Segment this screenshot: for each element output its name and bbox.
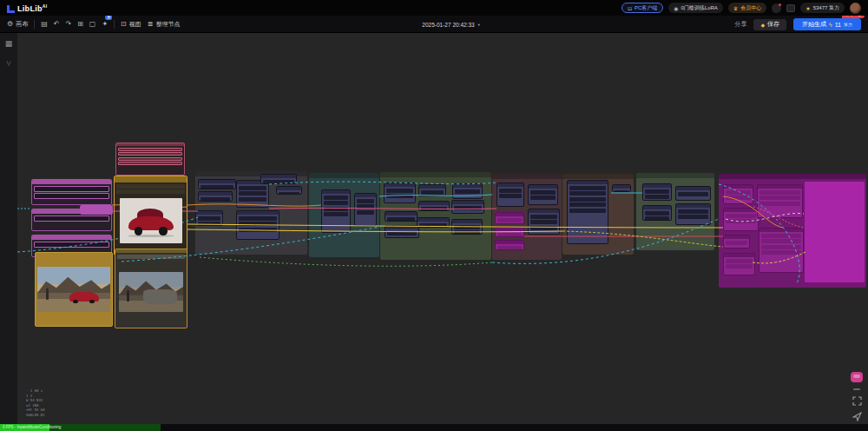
node[interactable]: [723, 235, 750, 249]
new-file-icon[interactable]: ▤: [41, 21, 48, 28]
node[interactable]: [384, 182, 416, 203]
image-preview[interactable]: [120, 198, 182, 243]
node-widget-row: [726, 196, 751, 200]
progress-bar: 0 FPS - InpaintModelConditioning: [0, 424, 161, 431]
node[interactable]: [528, 184, 558, 205]
node[interactable]: [723, 184, 753, 204]
undo-icon[interactable]: ↶: [54, 21, 60, 28]
generate-cost-unit: 算力: [844, 22, 852, 27]
node[interactable]: [642, 183, 672, 201]
node[interactable]: [260, 174, 297, 184]
node-library-icon[interactable]: ▦: [5, 40, 13, 48]
node[interactable]: [675, 203, 711, 225]
image-preview[interactable]: [37, 267, 110, 312]
arrange-nodes-button[interactable]: ≣ 整理节点: [148, 20, 181, 29]
node[interactable]: [195, 210, 223, 226]
masked-car-region: [143, 289, 176, 304]
align-icon[interactable]: ⊞: [77, 21, 83, 28]
view-menu[interactable]: ⊡ 视图: [121, 20, 141, 29]
node[interactable]: [675, 186, 711, 201]
workflow-tree-icon[interactable]: ⑂: [6, 60, 10, 68]
node[interactable]: [759, 228, 804, 273]
credits-display[interactable]: ★ 53477 算力: [800, 3, 845, 13]
redo-icon[interactable]: ↷: [65, 21, 71, 28]
select-box-icon[interactable]: ▢: [89, 21, 96, 28]
node[interactable]: [31, 179, 112, 205]
node-widget-row: [34, 193, 109, 199]
node[interactable]: [385, 225, 419, 238]
node[interactable]: [418, 184, 446, 196]
node[interactable]: [276, 186, 302, 195]
node-widget-row: [279, 192, 299, 196]
pc-client-button[interactable]: ⊡ PC客户端: [621, 3, 663, 13]
node-widget-row: [387, 217, 415, 222]
node-header: [496, 241, 523, 244]
node[interactable]: [452, 183, 483, 199]
node-widget-row: [530, 190, 556, 195]
node[interactable]: [528, 209, 560, 235]
image-preview[interactable]: [119, 272, 183, 312]
logo-text: LibLibAI: [17, 3, 47, 13]
train-lora-button[interactable]: ◉ 0门槛训练LoRA: [668, 3, 723, 13]
node[interactable]: [198, 191, 233, 202]
node[interactable]: [236, 210, 279, 240]
navigate-cursor-icon[interactable]: [852, 412, 862, 421]
node[interactable]: [198, 179, 236, 189]
node-graph-canvas[interactable]: [0, 33, 868, 424]
node[interactable]: [417, 217, 450, 228]
node-header: [385, 212, 417, 216]
node-header: [355, 194, 376, 197]
plugin-icon[interactable]: ✦新: [102, 21, 108, 28]
node-widget-row: [239, 222, 277, 226]
node[interactable]: [385, 211, 418, 222]
node-widget-row: [497, 233, 522, 237]
node-widget-row: [615, 190, 628, 193]
car-wheel: [159, 227, 167, 235]
node[interactable]: [642, 205, 672, 221]
node[interactable]: [80, 205, 113, 215]
node[interactable]: [451, 219, 483, 235]
notification-bell-icon[interactable]: [772, 3, 781, 13]
assets-folder-icon[interactable]: [786, 4, 795, 12]
canvas-menu[interactable]: ⚙ 画布: [7, 20, 28, 29]
node[interactable]: [496, 182, 524, 207]
share-button[interactable]: 分享: [734, 20, 746, 29]
node-header: [115, 249, 187, 253]
fullscreen-icon[interactable]: [852, 396, 862, 406]
node[interactable]: [418, 201, 450, 211]
node[interactable]: [115, 143, 185, 176]
node[interactable]: [804, 181, 865, 283]
liblib-logo[interactable]: LibLibAI: [7, 3, 47, 13]
toolbar-right: 分享 ◆ 保存 开始生成 ϟ 11 算力 限时1.5折: [734, 16, 861, 33]
node-widget-row: [357, 204, 374, 209]
user-avatar[interactable]: [850, 3, 861, 14]
node[interactable]: [723, 253, 755, 275]
notification-dot: [779, 3, 781, 6]
node-header: [196, 211, 222, 215]
node-header: [419, 185, 445, 189]
node[interactable]: [723, 208, 759, 231]
node[interactable]: [495, 240, 524, 250]
member-center-button[interactable]: ♛ 会员中心: [728, 3, 766, 13]
feedback-button[interactable]: [851, 372, 863, 382]
node[interactable]: [567, 180, 608, 244]
save-button[interactable]: ◆ 保存: [753, 19, 786, 30]
node-widget-row: [34, 186, 109, 192]
node[interactable]: [321, 189, 351, 233]
node[interactable]: [612, 184, 631, 192]
node-header: [452, 201, 483, 204]
node-header: [758, 185, 802, 189]
node-widget-row: [645, 189, 669, 194]
node[interactable]: [495, 212, 524, 224]
node[interactable]: [495, 227, 524, 237]
node[interactable]: [354, 193, 377, 226]
generate-button[interactable]: 开始生成 ϟ 11 算力 限时1.5折: [793, 18, 861, 30]
node[interactable]: [451, 200, 484, 214]
node-widget-row: [499, 189, 522, 193]
workflow-timestamp-dropdown[interactable]: 2025-01-27 20:42:33 ▼: [422, 16, 480, 33]
node-widget-row: [761, 239, 801, 243]
minimize-icon[interactable]: [853, 388, 860, 390]
node-header: [529, 185, 557, 189]
node-header: [676, 204, 710, 208]
node[interactable]: [757, 184, 803, 218]
